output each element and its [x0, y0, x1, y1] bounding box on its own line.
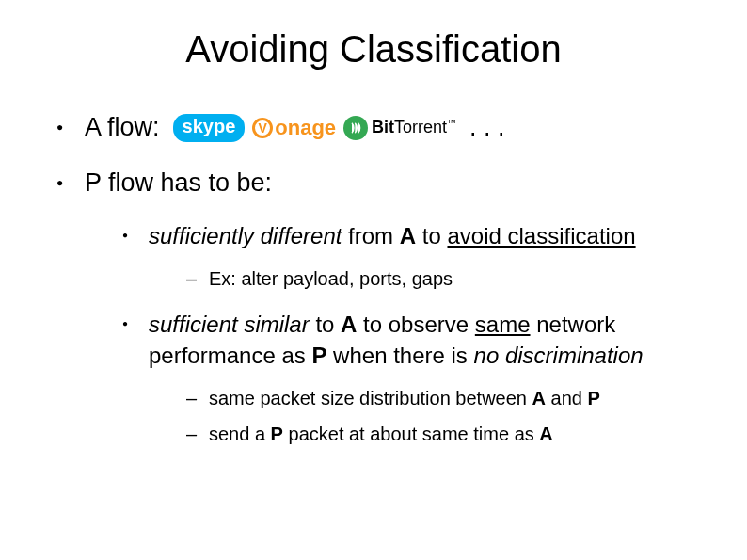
sub-bullet-list: sufficiently different from A to avoid c… [85, 221, 700, 446]
bullet-a-flow: A flow: skype Vonage BitTorrent™ . . . [56, 113, 700, 142]
text: to [310, 312, 341, 337]
vonage-v-icon: V [252, 118, 273, 138]
subsub-packet-size: same packet size distribution between A … [186, 386, 700, 410]
text-a: A [539, 424, 552, 444]
skype-logo: skype [173, 114, 246, 142]
sub-bullet-similar: sufficient similar to A to observe same … [122, 310, 700, 446]
text: from [342, 223, 399, 248]
vonage-text: onage [275, 116, 336, 140]
text-sufficiently-different: sufficiently different [149, 223, 342, 248]
text-p: P [587, 388, 599, 408]
text: when there is [326, 343, 473, 368]
bittorrent-text: BitTorrent™ [372, 118, 456, 137]
bittorrent-logo: BitTorrent™ [343, 114, 456, 142]
text: to observe [357, 312, 474, 337]
subsub-list-2: same packet size distribution between A … [149, 386, 700, 446]
top-bullet-list: A flow: skype Vonage BitTorrent™ . . . P… [47, 113, 700, 446]
vonage-logo: Vonage [252, 114, 336, 142]
bullet-p-flow: P flow has to be: sufficiently different… [56, 168, 700, 446]
subsub-list-1: Ex: alter payload, ports, gaps [149, 266, 700, 291]
subsub-send-time: send a P packet at about same time as A [186, 422, 700, 446]
a-flow-label: A flow: [85, 113, 160, 142]
text: send a [209, 424, 271, 444]
text-sufficient-similar: sufficient similar [149, 312, 310, 337]
text: and [546, 388, 587, 408]
bittorrent-icon [343, 116, 368, 140]
p-flow-label: P flow has to be: [85, 168, 272, 197]
text-p: P [311, 343, 326, 368]
text-a: A [400, 223, 416, 248]
text: packet at about same time as [283, 424, 539, 444]
text-a: A [341, 312, 357, 337]
text-a: A [532, 388, 546, 408]
text: to [416, 223, 447, 248]
text: same packet size distribution between [209, 388, 532, 408]
subsub-ex-alter: Ex: alter payload, ports, gaps [186, 266, 700, 291]
text-same: same [475, 312, 531, 337]
ellipsis: . . . [469, 113, 505, 142]
sub-bullet-different: sufficiently different from A to avoid c… [122, 221, 700, 291]
text-p: P [271, 424, 283, 444]
a-flow-line: A flow: skype Vonage BitTorrent™ . . . [85, 113, 700, 142]
text-avoid: avoid classification [447, 223, 635, 248]
text-no-discrimination: no discrimination [474, 343, 644, 368]
slide-title: Avoiding Classification [47, 28, 700, 71]
